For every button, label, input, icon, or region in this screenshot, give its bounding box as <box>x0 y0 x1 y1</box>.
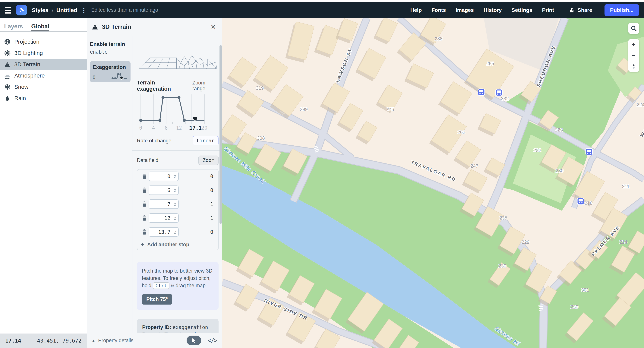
data-field-button[interactable]: Zoom <box>198 156 218 165</box>
nav-settings[interactable]: Settings <box>512 7 532 13</box>
publish-button[interactable]: Publish... <box>604 4 639 16</box>
house-number-235: 235 <box>499 215 507 220</box>
global-properties-list: Projection3D Lighting3D TerrainAtmospher… <box>0 36 87 104</box>
stop-output-value-4: 0 <box>210 229 215 235</box>
sidebar-item-projection[interactable]: Projection <box>0 36 87 48</box>
stop-output-value-0: 0 <box>210 174 215 179</box>
tab-global[interactable]: Global <box>31 23 49 32</box>
breadcrumb-style-name[interactable]: Untitled <box>56 7 77 13</box>
pitch-75-button[interactable]: Pitch 75° <box>142 294 172 304</box>
map-search-button[interactable] <box>628 23 639 34</box>
property-type-value: terrain <box>179 332 200 333</box>
house-number-230: 230 <box>498 263 506 268</box>
svg-text:20: 20 <box>202 125 207 131</box>
zoom-in-button[interactable]: + <box>628 39 639 50</box>
house-number-224: 224 <box>637 102 644 107</box>
property-details-toggle[interactable]: ▲ Property details <box>92 338 133 344</box>
add-stop-button[interactable]: + Add another stop <box>137 239 218 250</box>
map-canvas[interactable]: 3192993082882653322622752472232322302112… <box>222 18 644 348</box>
exaggeration-value: 0 <box>92 75 96 80</box>
code-view-icon[interactable]: </> <box>208 337 218 344</box>
exaggeration-property-card[interactable]: Exaggeration 0 <box>90 61 130 82</box>
enable-terrain-label[interactable]: Enable terrain <box>90 41 130 47</box>
close-icon[interactable]: ✕ <box>209 22 218 32</box>
nav-fonts[interactable]: Fonts <box>432 7 446 13</box>
svg-text:17.1: 17.1 <box>190 125 202 131</box>
house-number-232: 232 <box>534 148 541 153</box>
property-editor-column: Terrain exaggeration Zoom range 04812162… <box>132 36 222 333</box>
panel-footer: ▲ Property details </> <box>87 333 222 348</box>
nav-images[interactable]: Images <box>456 7 474 13</box>
sidebar-item-snow[interactable]: Snow <box>0 81 87 92</box>
zoom-range-chart[interactable]: 04812162017.1 <box>137 94 218 132</box>
house-number-214: 214 <box>619 239 627 244</box>
section-subtitle: Zoom range <box>192 80 218 92</box>
rain-icon <box>4 95 10 102</box>
rate-of-change-label: Rate of change <box>137 138 171 144</box>
enable-terrain-value[interactable]: enable <box>90 49 130 55</box>
map-status-bar: 17.14 43.451,-79.672 <box>0 334 87 348</box>
breadcrumb-section[interactable]: Styles <box>32 7 48 13</box>
property-id-label: Property ID: <box>142 324 171 330</box>
bus-stop-icon <box>586 148 592 155</box>
tab-layers[interactable]: Layers <box>4 23 23 32</box>
style-menu-kebab-icon[interactable]: ⋮ <box>81 6 87 14</box>
stop-zoom-input-2[interactable] <box>148 200 179 209</box>
zoom-out-button[interactable]: − <box>628 50 639 61</box>
trash-icon[interactable] <box>140 174 148 179</box>
house-number-220: 220 <box>570 304 578 310</box>
stop-zoom-input-0[interactable] <box>148 172 179 181</box>
house-number-229: 229 <box>522 240 530 245</box>
panel-scrollbar[interactable] <box>220 45 222 224</box>
3d-terrain-icon <box>4 61 10 68</box>
bus-stop-icon <box>496 89 502 96</box>
svg-text:8: 8 <box>165 125 168 131</box>
terrain-panel: 3D Terrain ✕ Enable terrain enable Exagg… <box>87 18 222 348</box>
zoom-stop-row-1: z0 <box>137 184 218 197</box>
sidebar-tabs: LayersGlobal <box>0 18 87 32</box>
house-number-223: 223 <box>555 127 563 132</box>
paint-roller-icon <box>18 7 25 13</box>
zoom-stop-row-2: z1 <box>137 197 218 211</box>
sidebar-item-atmosphere[interactable]: Atmosphere <box>0 70 87 81</box>
house-number-299: 299 <box>300 107 308 112</box>
trash-icon[interactable] <box>140 187 148 193</box>
stop-zoom-input-4[interactable] <box>148 227 179 237</box>
header-nav: HelpFontsImagesHistorySettingsPrint <box>406 7 559 13</box>
nav-history[interactable]: History <box>484 7 502 13</box>
house-number-211: 211 <box>622 184 630 189</box>
top-strip <box>0 0 644 2</box>
trash-icon[interactable] <box>140 215 148 221</box>
house-number-319: 319 <box>256 86 264 91</box>
pitch-hint-box: Pitch the map to better view 3D features… <box>137 262 218 310</box>
house-number-216: 216 <box>584 200 592 206</box>
trash-icon[interactable] <box>140 201 148 207</box>
mapbox-studio-logo[interactable] <box>16 5 27 16</box>
stop-output-value-3: 1 <box>210 215 215 221</box>
map-zoom-controls: + − <box>628 39 639 72</box>
nav-help[interactable]: Help <box>410 7 422 13</box>
sidebar-item-rain[interactable]: Rain <box>0 92 87 104</box>
section-title: Terrain exaggeration <box>137 80 188 92</box>
property-id-value: exaggeration <box>173 324 208 330</box>
svg-text:0: 0 <box>139 125 142 131</box>
property-type-label: Property Type: <box>142 332 178 333</box>
sidebar-item-3d-terrain[interactable]: 3D Terrain <box>0 59 87 70</box>
rate-of-change-button[interactable]: Linear <box>192 136 218 146</box>
house-number-247: 247 <box>470 163 478 168</box>
nav-print[interactable]: Print <box>542 7 554 13</box>
cursor-mode-toggle[interactable] <box>186 336 201 345</box>
zoom-stop-row-3: z1 <box>137 211 218 225</box>
sidebar-item-label: Projection <box>14 38 39 45</box>
sidebar-item-3d-lighting[interactable]: 3D Lighting <box>0 48 87 59</box>
hint-text-after: & drag the map. <box>170 283 207 288</box>
property-details-box: Property ID: exaggeration Property Type:… <box>137 319 218 333</box>
share-button[interactable]: Share <box>568 7 592 13</box>
stop-zoom-input-3[interactable] <box>148 213 179 223</box>
hamburger-menu-icon[interactable] <box>0 7 16 14</box>
compass-button[interactable] <box>628 61 639 72</box>
trash-icon[interactable] <box>140 229 148 235</box>
stop-zoom-input-1[interactable] <box>148 186 179 195</box>
sidebar-item-label: 3D Lighting <box>14 50 43 56</box>
data-field-label: Data field <box>137 158 158 163</box>
